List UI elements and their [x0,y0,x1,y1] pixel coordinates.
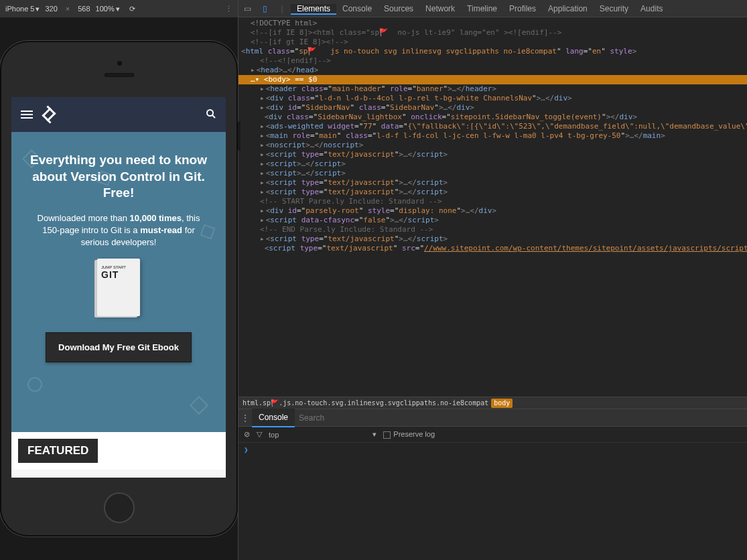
tab-sources[interactable]: Sources [378,4,419,13]
dom-line[interactable]: <script type="text/javascript">…</script… [239,234,747,244]
phone-frame: Everything you need to know about Versio… [0,41,238,537]
dom-line[interactable]: <!--<![endif]--> [239,56,747,66]
device-menu-icon[interactable]: ⋮ [225,5,232,13]
dom-line[interactable]: <script type="text/javascript" src="//ww… [239,244,747,253]
app-header [11,97,226,132]
dom-line[interactable]: <noscript>…</noscript> [239,141,747,150]
dom-line[interactable]: <!-- END Parse.ly Include: Standard --> [239,225,747,234]
dom-line[interactable]: …▾ <body> == $0 [239,75,747,84]
home-button [104,492,135,523]
drawer-tab-console[interactable]: Console [252,409,295,427]
devtools-panel: ▭ ▯ | ElementsConsoleSourcesNetworkTimel… [238,0,747,560]
dom-line[interactable]: <!--[if gt IE 8]><!--> [239,38,747,47]
device-toolbar: iPhone 5 ▾ 320 × 568 100% ▾ ⟳ ⋮ [0,0,238,17]
preserve-log-checkbox[interactable]: Preserve log [383,430,435,439]
dom-line[interactable]: <div class="l-d-n l-d-b--4col l-p-rel t-… [239,94,747,103]
featured-section: FEATURED [11,432,226,470]
device-width[interactable]: 320 [45,5,57,13]
tab-timeline[interactable]: Timeline [461,4,503,13]
breadcrumb[interactable]: html.sp🚩.js.no-touch.svg.inlinesvg.svgcl… [239,397,747,409]
dimension-x: × [66,5,70,13]
tab-application[interactable]: Application [542,4,594,13]
dom-line[interactable]: <header class="main-header" role="banner… [239,84,747,94]
dom-line[interactable]: <script>…</script> [239,169,747,178]
dom-line[interactable]: <script>…</script> [239,159,747,169]
device-panel: iPhone 5 ▾ 320 × 568 100% ▾ ⟳ ⋮ [0,0,238,560]
featured-badge: FEATURED [18,439,98,463]
dom-line[interactable]: <ads-weighted widget="77" data="{\"fallb… [239,122,747,131]
svg-line-1 [212,115,215,118]
tab-elements[interactable]: Elements [291,4,336,15]
hero-title: Everything you need to know about Versio… [27,152,210,202]
tab-profiles[interactable]: Profiles [503,4,542,13]
svg-point-0 [207,110,213,116]
device-height[interactable]: 568 [78,5,90,13]
dom-line[interactable]: <script type="text/javascript">…</script… [239,188,747,197]
dom-line[interactable]: <!-- START Parse.ly Include: Standard --… [239,197,747,206]
tab-console[interactable]: Console [336,4,378,13]
console-body[interactable]: ❯ [239,443,747,560]
dom-line[interactable]: <div id="SidebarNav" class="SidebarNav">… [239,103,747,113]
hamburger-icon[interactable] [21,111,33,119]
dom-line[interactable]: <head>…</head> [239,66,747,75]
device-mode-icon[interactable]: ▯ [256,4,273,13]
inspect-icon[interactable]: ▭ [239,4,256,13]
search-icon[interactable] [206,109,216,121]
tab-security[interactable]: Security [594,4,634,13]
context-select[interactable]: top [269,431,279,439]
dom-tree[interactable]: <!DOCTYPE html><!--[if IE 8]><html class… [239,17,747,397]
hero-subtitle: Downloaded more than 10,000 times, this … [27,212,210,249]
dom-line[interactable]: <div class="SidebarNav_lightbox" onclick… [239,113,747,122]
dom-line[interactable]: <!DOCTYPE html> [239,19,747,28]
devtools-tabs: ▭ ▯ | ElementsConsoleSourcesNetworkTimel… [239,0,747,17]
tab-audits[interactable]: Audits [634,4,669,13]
zoom-select[interactable]: 100% ▾ [96,5,120,13]
drawer-search-input[interactable] [299,413,747,423]
filter-icon[interactable]: ▽ [257,430,262,439]
console-prompt-icon: ❯ [244,445,249,454]
dom-line[interactable]: <!--[if IE 8]><html class="sp🚩 no-js lt-… [239,28,747,38]
dom-line[interactable]: <script data-cfasync="false">…</script> [239,216,747,225]
hero-section: Everything you need to know about Versio… [11,132,226,432]
device-select[interactable]: iPhone 5 ▾ [5,5,40,13]
dom-line[interactable]: <html class="sp🚩 js no-touch svg inlines… [239,47,747,56]
book-image: JUMP START GIT [97,259,140,316]
dom-line[interactable]: <script type="text/javascript">…</script… [239,178,747,188]
drawer-menu-icon[interactable]: ⋮ [239,413,252,423]
rotate-icon[interactable]: ⟳ [129,5,135,13]
download-button[interactable]: Download My Free Git Ebook [46,332,192,362]
clear-console-icon[interactable]: ⊘ [244,430,250,439]
dom-line[interactable]: <script type="text/javascript">…</script… [239,150,747,159]
phone-screen: Everything you need to know about Versio… [11,97,226,478]
tab-network[interactable]: Network [419,4,461,13]
sitepoint-logo[interactable] [42,108,56,121]
console-drawer: ⋮ Console ✕ ⊘ ▽ top ▾ Preserve log ❯ [239,409,747,560]
dom-line[interactable]: <main role="main" class="l-d-f l-fd-col … [239,131,747,141]
dom-line[interactable]: <div id="parsely-root" style="display: n… [239,206,747,216]
context-dropdown-icon[interactable]: ▾ [372,430,377,439]
dom-panel: <!DOCTYPE html><!--[if IE 8]><html class… [239,17,747,409]
